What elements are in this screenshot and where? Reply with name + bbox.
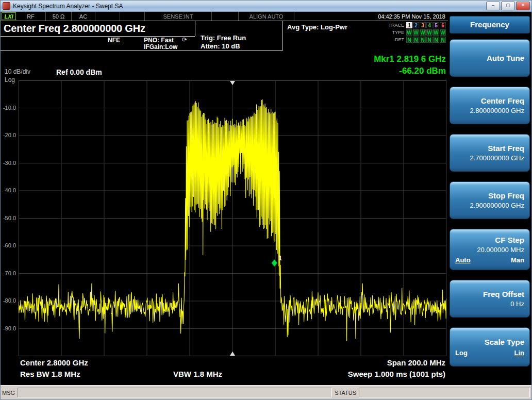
trace-cell: 6 bbox=[440, 22, 446, 28]
trace-cell: 5 bbox=[433, 22, 439, 28]
trace-cell: N bbox=[413, 37, 419, 43]
status-label: STATUS bbox=[335, 390, 356, 396]
toggle-man[interactable]: Man bbox=[511, 256, 524, 264]
softkey-label: Stop Freq bbox=[488, 191, 524, 200]
sweep-annotation: Sweep 1.000 ms (1001 pts) bbox=[348, 370, 445, 378]
softkey-value: 2.700000000 GHz bbox=[470, 154, 524, 162]
separator bbox=[282, 21, 283, 51]
y-axis-label: -70.0 bbox=[3, 270, 16, 276]
trace-cell: W bbox=[406, 29, 412, 36]
annunciator-bar: LXI RF 50 Ω AC SENSE:INT ALIGN AUTO 04:4… bbox=[1, 12, 449, 21]
softkey-value: 0 Hz bbox=[510, 300, 524, 308]
softkey-value: 20.000000 MHz bbox=[477, 246, 524, 254]
msg-label: MSG bbox=[2, 390, 15, 396]
marker-readout-ampl: -66.20 dBm bbox=[399, 66, 446, 76]
softkey-label: Auto Tune bbox=[487, 54, 524, 62]
softkey-value: 2.800000000 GHz bbox=[470, 107, 524, 114]
close-button[interactable]: ✕ bbox=[516, 2, 530, 10]
align-annunciator: ALIGN AUTO bbox=[239, 12, 294, 21]
center-freq-display: Center Freq 2.800000000 GHz bbox=[4, 23, 145, 35]
y-axis-label: -30.0 bbox=[3, 160, 16, 166]
softkey-stop-freq[interactable]: Stop Freq 2.900000000 GHz bbox=[450, 181, 530, 219]
toggle-auto[interactable]: Auto bbox=[455, 256, 471, 264]
trace-cell: W bbox=[426, 29, 433, 36]
trace-cell: N bbox=[406, 37, 412, 43]
status-field bbox=[359, 388, 530, 397]
toggle-log[interactable]: Log bbox=[455, 349, 468, 357]
trace-cell: W bbox=[433, 29, 439, 36]
softkey-value: 2.900000000 GHz bbox=[470, 202, 524, 209]
ifgain-annotation: IFGain:Low bbox=[144, 43, 177, 51]
lxi-badge: LXI bbox=[2, 12, 16, 20]
softkey-menu: Frequency Auto Tune Center Freq 2.800000… bbox=[448, 12, 531, 386]
softkey-label: Freq Offset bbox=[483, 290, 524, 298]
trace-det-cells: NNNNNN bbox=[406, 37, 446, 43]
softkey-label: Scale Type bbox=[485, 338, 524, 346]
amplitude-axis-labels: -10.0-20.0-30.0-40.0-50.0-60.0-70.0-80.0… bbox=[1, 80, 17, 356]
trace-cell: 2 bbox=[413, 22, 419, 28]
impedance-annunciator: 50 Ω bbox=[46, 12, 72, 21]
trace-cell: N bbox=[440, 37, 446, 43]
menu-title: Frequency bbox=[450, 16, 530, 34]
annunciator-spacer bbox=[120, 12, 145, 21]
separator bbox=[1, 50, 282, 51]
window-titlebar[interactable]: Keysight Spectrum Analyzer - Swept SA – … bbox=[1, 1, 531, 12]
softkey-toggle-row: Log Lin bbox=[455, 349, 524, 357]
softkey-cf-step[interactable]: CF Step 20.000000 MHz Auto Man bbox=[450, 229, 530, 270]
coupling-annunciator: AC bbox=[72, 12, 95, 21]
trace-row-label: TRACE bbox=[388, 23, 406, 28]
center-freq-tick-top-icon bbox=[230, 81, 235, 85]
trace-type-cells: WWWWWW bbox=[406, 29, 446, 36]
trace-number-cells: 123456 bbox=[406, 22, 446, 28]
y-axis-label: -60.0 bbox=[3, 242, 16, 248]
annunciator-spacer bbox=[95, 12, 120, 21]
softkey-freq-offset[interactable]: Freq Offset 0 Hz bbox=[450, 280, 530, 318]
toggle-lin[interactable]: Lin bbox=[514, 349, 525, 357]
softkey-auto-tune[interactable]: Auto Tune bbox=[450, 39, 530, 77]
trace-cell: N bbox=[420, 37, 426, 43]
softkey-list: Auto Tune Center Freq 2.800000000 GHz St… bbox=[450, 39, 530, 366]
softkey-label: Center Freq bbox=[481, 96, 524, 105]
y-axis-label: -90.0 bbox=[3, 325, 16, 331]
y-axis-label: -40.0 bbox=[3, 187, 16, 193]
message-status-bar: MSG STATUS bbox=[1, 385, 531, 399]
trace-cell: 1 bbox=[406, 22, 412, 28]
avg-type-annotation: Avg Type: Log-Pwr bbox=[287, 23, 347, 31]
atten-annotation: Atten: 10 dB bbox=[201, 42, 240, 50]
softkey-start-freq[interactable]: Start Freq 2.700000000 GHz bbox=[450, 134, 530, 172]
minimize-button[interactable]: – bbox=[486, 2, 500, 10]
type-row-label: TYPE bbox=[392, 30, 406, 35]
y-axis-label: -50.0 bbox=[3, 215, 16, 221]
softkey-toggle-row: Auto Man bbox=[455, 256, 524, 264]
rf-annunciator: RF bbox=[16, 12, 46, 21]
trace-cell: N bbox=[433, 37, 439, 43]
trace-cell: W bbox=[440, 29, 446, 36]
separator bbox=[195, 21, 195, 36]
softkey-label: CF Step bbox=[495, 236, 524, 244]
sense-annunciator: SENSE:INT bbox=[145, 12, 212, 21]
y-axis-label: -80.0 bbox=[3, 297, 16, 304]
message-field bbox=[18, 388, 332, 397]
maximize-button[interactable]: ▢ bbox=[501, 2, 515, 10]
spectrum-analyzer-window: Keysight Spectrum Analyzer - Swept SA – … bbox=[0, 0, 532, 400]
span-annotation: Span 200.0 MHz bbox=[387, 358, 445, 367]
measurement-header: Center Freq 2.800000000 GHz NFE PNO: Fas… bbox=[1, 21, 449, 51]
ref-level-annotation: Ref 0.00 dBm bbox=[56, 68, 102, 76]
window-title: Keysight Spectrum Analyzer - Swept SA bbox=[13, 3, 123, 10]
softkey-center-freq[interactable]: Center Freq 2.800000000 GHz bbox=[450, 87, 530, 124]
trace-cell: N bbox=[426, 37, 433, 43]
trace-cell: W bbox=[420, 29, 426, 36]
graticule: 1 bbox=[19, 80, 446, 356]
datetime-display: 04:42:35 PM Nov 15, 2018 bbox=[294, 12, 449, 21]
marker-1-diamond-icon[interactable] bbox=[272, 259, 277, 266]
trace-cell: W bbox=[413, 29, 419, 36]
softkey-scale-type[interactable]: Scale Type Log Lin bbox=[450, 327, 530, 366]
y-axis-label: -20.0 bbox=[3, 132, 16, 138]
scale-div-annotation: 10 dB/div bbox=[5, 68, 30, 75]
trace-status-block: TRACE 123456 TYPE WWWWWW DET NNNNNN bbox=[388, 22, 446, 43]
app-icon bbox=[3, 2, 10, 10]
center-annotation: Center 2.8000 GHz bbox=[20, 358, 88, 367]
trigger-annotation: Trig: Free Run bbox=[201, 34, 246, 42]
annunciator-spacer bbox=[212, 12, 239, 21]
pno-loop-icon: ⟳ bbox=[182, 36, 187, 43]
